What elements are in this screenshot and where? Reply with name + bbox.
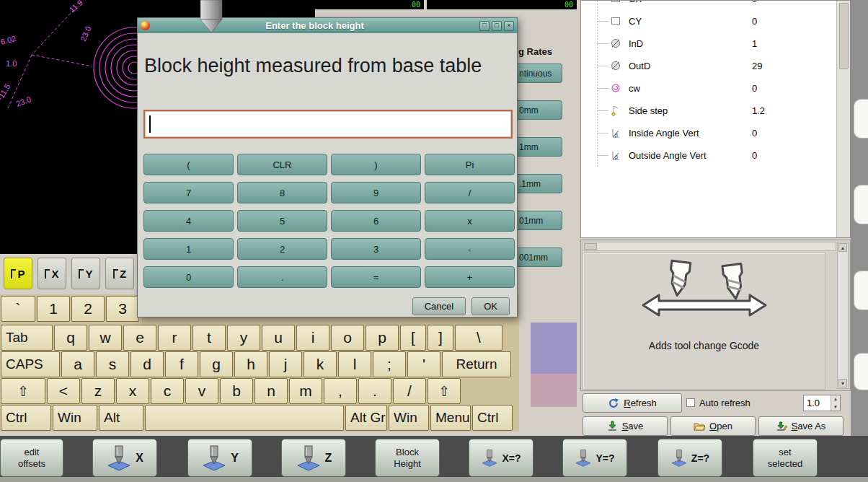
key-tab[interactable]: Tab xyxy=(1,325,53,351)
keyboard-key[interactable]: q xyxy=(54,325,87,351)
keypad-key[interactable]: 2 xyxy=(237,238,327,260)
keyboard-key[interactable]: g xyxy=(200,351,233,377)
side-button-stub[interactable] xyxy=(854,99,868,139)
param-row[interactable]: InD 1 xyxy=(581,32,850,55)
block-height-button[interactable]: Block Height xyxy=(375,439,440,477)
keypad-key[interactable]: x xyxy=(425,210,515,232)
keyboard-key[interactable]: c xyxy=(151,378,184,404)
key-win-right[interactable]: Win xyxy=(389,405,429,431)
keypad-key[interactable]: 4 xyxy=(143,210,234,232)
param-value[interactable]: 29 xyxy=(752,61,762,71)
scroll-down-icon[interactable]: ▼ xyxy=(838,379,847,387)
keyboard-key[interactable]: 1 xyxy=(37,296,70,322)
dialog-titlebar[interactable]: Enter the block height □ □ × xyxy=(138,18,517,33)
param-row[interactable]: cw 0 xyxy=(581,77,850,100)
key-space[interactable] xyxy=(145,405,344,431)
keyboard-key[interactable]: r xyxy=(158,325,191,351)
key-ctrl-right[interactable]: Ctrl xyxy=(472,405,513,431)
keypad-key[interactable]: ) xyxy=(331,154,421,175)
key-ctrl-left[interactable]: Ctrl xyxy=(1,405,51,431)
keyboard-key[interactable]: . xyxy=(358,378,391,404)
keypad-key[interactable]: 8 xyxy=(237,182,327,203)
measure-y-button[interactable]: Y=? xyxy=(562,439,627,477)
param-row[interactable]: β Outside Angle Vert 0 xyxy=(581,144,850,167)
keyboard-key[interactable]: l xyxy=(338,351,371,377)
key-shift-right[interactable]: ⇧ xyxy=(428,378,461,404)
keypad-key[interactable]: 0 xyxy=(143,266,234,288)
keypad-key[interactable]: 9 xyxy=(331,182,421,203)
keypad-key[interactable]: 3 xyxy=(331,238,421,260)
scrollbar-thumb[interactable] xyxy=(839,3,849,69)
key-shift-left[interactable]: ⇧ xyxy=(1,378,45,404)
keyboard-key[interactable]: a xyxy=(61,351,94,377)
keyboard-key[interactable]: x xyxy=(116,378,149,404)
key-return[interactable]: Return xyxy=(442,351,511,377)
scrollbar-thumb[interactable] xyxy=(584,243,597,250)
keyboard-key[interactable]: 3 xyxy=(106,296,139,322)
scroll-up-icon[interactable]: ▲ xyxy=(838,243,847,252)
keypad-key-pi[interactable]: Pi xyxy=(425,154,515,175)
param-value[interactable]: 0 xyxy=(752,150,757,161)
jog-0p01mm-button[interactable]: 01mm xyxy=(518,211,562,230)
keyboard-key[interactable]: / xyxy=(393,378,426,404)
side-button-stub[interactable] xyxy=(854,353,868,390)
refresh-interval-spinner[interactable]: 1.0 ▲ ▼ xyxy=(803,395,841,411)
keypad-key[interactable]: + xyxy=(425,266,515,288)
keypad-key[interactable]: 1 xyxy=(143,238,234,260)
x-toggle-button[interactable]: X xyxy=(37,258,66,289)
keypad-key[interactable]: ( xyxy=(143,154,234,175)
key-altgr[interactable]: Alt Gr xyxy=(345,405,387,431)
keyboard-key[interactable]: ; xyxy=(373,351,406,377)
parameters-scrollbar[interactable] xyxy=(836,1,851,237)
keypad-key[interactable]: . xyxy=(237,266,327,288)
block-height-input[interactable] xyxy=(145,111,511,137)
maximize-icon[interactable]: □ xyxy=(479,21,490,31)
y-toggle-button[interactable]: Y xyxy=(71,258,100,289)
keypad-key-clear[interactable]: CLR xyxy=(237,154,327,175)
key-backslash[interactable]: \ xyxy=(455,325,502,351)
save-as-button[interactable]: Save As xyxy=(758,416,843,436)
keyboard-key[interactable]: i xyxy=(296,325,329,351)
keypad-key[interactable]: 6 xyxy=(331,210,421,232)
keyboard-key[interactable]: [ xyxy=(400,325,426,351)
keyboard-key[interactable]: h xyxy=(234,351,267,377)
jog-continuous-button[interactable]: ntinuous xyxy=(518,63,562,83)
measure-z-button[interactable]: Z=? xyxy=(657,439,722,477)
jog-0p1mm-button[interactable]: .1mm xyxy=(518,174,562,193)
tool-panel-vscrollbar[interactable]: ▲ ▼ xyxy=(837,242,849,389)
cancel-button[interactable]: Cancel xyxy=(412,297,466,315)
keypad-key[interactable]: 7 xyxy=(143,182,234,203)
keypad-key[interactable]: - xyxy=(425,238,515,260)
param-value[interactable]: 0 xyxy=(752,128,757,139)
interval-value[interactable]: 1.0 xyxy=(804,395,831,411)
keyboard-key[interactable]: k xyxy=(304,351,337,377)
measure-x-button[interactable]: X=? xyxy=(469,439,533,477)
spin-down-icon[interactable]: ▼ xyxy=(831,403,840,411)
auto-refresh-checkbox[interactable] xyxy=(686,398,695,407)
tool-panel-hscrollbar[interactable] xyxy=(583,242,836,251)
keypad-key[interactable]: = xyxy=(331,266,421,288)
keypad-key[interactable]: / xyxy=(425,182,515,203)
touch-off-x-button[interactable]: X xyxy=(92,439,157,477)
keyboard-key[interactable]: , xyxy=(324,378,357,404)
keyboard-key[interactable]: z xyxy=(81,378,115,404)
param-value[interactable]: 1 xyxy=(752,38,757,49)
touch-off-z-button[interactable]: Z xyxy=(281,439,346,477)
keyboard-key[interactable]: v xyxy=(185,378,218,404)
param-row[interactable]: Side step 1.2 xyxy=(581,100,850,122)
key-win-left[interactable]: Win xyxy=(53,405,97,431)
key-menu[interactable]: Menu xyxy=(430,405,471,431)
key-alt[interactable]: Alt xyxy=(99,405,143,431)
keyboard-key[interactable]: y xyxy=(227,325,260,351)
edit-offsets-button[interactable]: edit offsets xyxy=(0,439,63,477)
param-row[interactable]: CY 0 xyxy=(581,10,850,32)
keypad-key[interactable]: 5 xyxy=(237,210,327,232)
keyboard-key[interactable]: ' xyxy=(407,351,440,377)
save-button[interactable]: Save xyxy=(583,416,668,436)
keyboard-key[interactable]: < xyxy=(47,378,80,404)
param-row[interactable]: CX 0 xyxy=(581,0,850,10)
keyboard-key[interactable]: e xyxy=(123,325,156,351)
z-toggle-button[interactable]: Z xyxy=(105,258,134,289)
keyboard-key[interactable]: j xyxy=(269,351,302,377)
param-value[interactable]: 0 xyxy=(752,16,757,27)
